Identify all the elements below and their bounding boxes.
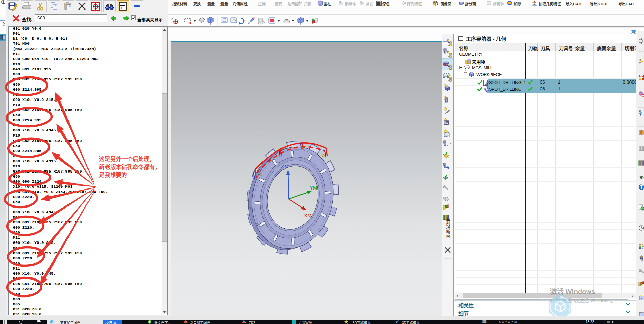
svg-text:Y: Y [469, 66, 470, 68]
svg-text:车削横断面: 车削横断面 [445, 217, 450, 238]
svg-text:YM: YM [310, 185, 317, 191]
svg-text:ZM: ZM [281, 163, 289, 169]
svg-text:x: x [464, 65, 465, 68]
svg-text:P: P [641, 297, 642, 300]
svg-text:XM: XM [304, 213, 312, 218]
